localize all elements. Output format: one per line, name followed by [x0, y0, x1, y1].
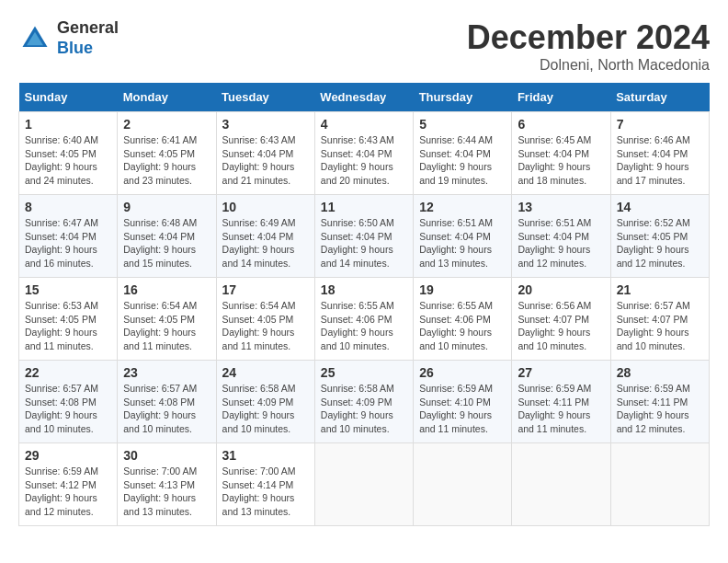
table-row: [512, 443, 610, 526]
table-row: 10 Sunrise: 6:49 AMSunset: 4:04 PMDaylig…: [216, 195, 314, 278]
col-sunday: Sunday: [19, 83, 118, 112]
day-number: 23: [123, 365, 210, 380]
day-number: 24: [222, 365, 309, 380]
day-number: 18: [321, 282, 407, 297]
table-row: 2 Sunrise: 6:41 AMSunset: 4:05 PMDayligh…: [118, 112, 216, 195]
location-subtitle: Dolneni, North Macedonia: [467, 57, 710, 74]
day-number: 11: [321, 200, 407, 214]
day-number: 3: [222, 117, 309, 132]
day-number: 21: [617, 282, 703, 297]
col-thursday: Thursday: [414, 83, 512, 112]
day-number: 1: [25, 117, 111, 132]
day-number: 7: [617, 117, 703, 132]
day-info: Sunrise: 6:50 AMSunset: 4:04 PMDaylight:…: [321, 217, 394, 269]
day-number: 6: [518, 117, 604, 132]
day-number: 9: [123, 200, 210, 214]
day-info: Sunrise: 6:51 AMSunset: 4:04 PMDaylight:…: [419, 217, 493, 269]
calendar-week-5: 29 Sunrise: 6:59 AMSunset: 4:12 PMDaylig…: [19, 443, 710, 526]
table-row: 31 Sunrise: 7:00 AMSunset: 4:14 PMDaylig…: [216, 443, 314, 526]
day-info: Sunrise: 7:00 AMSunset: 4:13 PMDaylight:…: [123, 465, 197, 517]
day-info: Sunrise: 6:55 AMSunset: 4:06 PMDaylight:…: [419, 300, 493, 351]
day-info: Sunrise: 6:52 AMSunset: 4:05 PMDaylight:…: [617, 217, 690, 269]
day-info: Sunrise: 6:59 AMSunset: 4:11 PMDaylight:…: [518, 383, 591, 434]
table-row: 1 Sunrise: 6:40 AMSunset: 4:05 PMDayligh…: [19, 112, 118, 195]
day-info: Sunrise: 6:47 AMSunset: 4:04 PMDaylight:…: [25, 217, 98, 269]
day-info: Sunrise: 6:59 AMSunset: 4:12 PMDaylight:…: [25, 465, 98, 517]
day-number: 13: [518, 200, 604, 214]
day-info: Sunrise: 7:00 AMSunset: 4:14 PMDaylight:…: [222, 465, 296, 517]
table-row: 14 Sunrise: 6:52 AMSunset: 4:05 PMDaylig…: [610, 195, 709, 278]
day-info: Sunrise: 6:48 AMSunset: 4:04 PMDaylight:…: [123, 217, 197, 269]
day-info: Sunrise: 6:54 AMSunset: 4:05 PMDaylight:…: [123, 300, 197, 351]
col-saturday: Saturday: [610, 83, 709, 112]
day-number: 29: [25, 448, 111, 463]
col-friday: Friday: [512, 83, 610, 112]
table-row: 17 Sunrise: 6:54 AMSunset: 4:05 PMDaylig…: [216, 278, 314, 361]
day-number: 17: [222, 282, 309, 297]
calendar-week-1: 1 Sunrise: 6:40 AMSunset: 4:05 PMDayligh…: [19, 112, 710, 195]
title-area: December 2024 Dolneni, North Macedonia: [467, 18, 710, 74]
day-number: 26: [419, 365, 506, 380]
day-info: Sunrise: 6:40 AMSunset: 4:05 PMDaylight:…: [25, 134, 98, 186]
page-header: General Blue December 2024 Dolneni, Nort…: [18, 18, 710, 74]
table-row: 23 Sunrise: 6:57 AMSunset: 4:08 PMDaylig…: [118, 361, 216, 443]
table-row: 6 Sunrise: 6:45 AMSunset: 4:04 PMDayligh…: [512, 112, 610, 195]
day-info: Sunrise: 6:49 AMSunset: 4:04 PMDaylight:…: [222, 217, 296, 269]
table-row: [314, 443, 413, 526]
table-row: 5 Sunrise: 6:44 AMSunset: 4:04 PMDayligh…: [414, 112, 512, 195]
table-row: 16 Sunrise: 6:54 AMSunset: 4:05 PMDaylig…: [118, 278, 216, 361]
day-info: Sunrise: 6:57 AMSunset: 4:07 PMDaylight:…: [617, 300, 690, 351]
day-number: 14: [617, 200, 703, 214]
day-info: Sunrise: 6:55 AMSunset: 4:06 PMDaylight:…: [321, 300, 394, 351]
logo: General Blue: [18, 18, 119, 58]
header-row: Sunday Monday Tuesday Wednesday Thursday…: [19, 83, 710, 112]
col-wednesday: Wednesday: [314, 83, 413, 112]
day-number: 27: [518, 365, 604, 380]
day-number: 31: [222, 448, 309, 463]
col-monday: Monday: [118, 83, 216, 112]
table-row: 25 Sunrise: 6:58 AMSunset: 4:09 PMDaylig…: [314, 361, 413, 443]
day-number: 2: [123, 117, 210, 132]
table-row: 11 Sunrise: 6:50 AMSunset: 4:04 PMDaylig…: [314, 195, 413, 278]
day-info: Sunrise: 6:46 AMSunset: 4:04 PMDaylight:…: [617, 134, 690, 186]
table-row: [414, 443, 512, 526]
calendar-week-4: 22 Sunrise: 6:57 AMSunset: 4:08 PMDaylig…: [19, 361, 710, 443]
day-info: Sunrise: 6:45 AMSunset: 4:04 PMDaylight:…: [518, 134, 591, 186]
day-number: 16: [123, 282, 210, 297]
day-info: Sunrise: 6:43 AMSunset: 4:04 PMDaylight:…: [222, 134, 296, 186]
table-row: 15 Sunrise: 6:53 AMSunset: 4:05 PMDaylig…: [19, 278, 118, 361]
table-row: 8 Sunrise: 6:47 AMSunset: 4:04 PMDayligh…: [19, 195, 118, 278]
calendar-week-2: 8 Sunrise: 6:47 AMSunset: 4:04 PMDayligh…: [19, 195, 710, 278]
day-number: 8: [25, 200, 111, 214]
table-row: 13 Sunrise: 6:51 AMSunset: 4:04 PMDaylig…: [512, 195, 610, 278]
table-row: 4 Sunrise: 6:43 AMSunset: 4:04 PMDayligh…: [314, 112, 413, 195]
table-row: 20 Sunrise: 6:56 AMSunset: 4:07 PMDaylig…: [512, 278, 610, 361]
day-info: Sunrise: 6:59 AMSunset: 4:10 PMDaylight:…: [419, 383, 493, 434]
table-row: [610, 443, 709, 526]
day-info: Sunrise: 6:57 AMSunset: 4:08 PMDaylight:…: [25, 383, 98, 434]
table-row: 19 Sunrise: 6:55 AMSunset: 4:06 PMDaylig…: [414, 278, 512, 361]
table-row: 9 Sunrise: 6:48 AMSunset: 4:04 PMDayligh…: [118, 195, 216, 278]
day-info: Sunrise: 6:54 AMSunset: 4:05 PMDaylight:…: [222, 300, 296, 351]
day-number: 30: [123, 448, 210, 463]
table-row: 30 Sunrise: 7:00 AMSunset: 4:13 PMDaylig…: [118, 443, 216, 526]
month-title: December 2024: [467, 18, 710, 57]
logo-text: General Blue: [57, 18, 119, 58]
day-info: Sunrise: 6:58 AMSunset: 4:09 PMDaylight:…: [321, 383, 394, 434]
logo-icon: [18, 22, 51, 55]
table-row: 12 Sunrise: 6:51 AMSunset: 4:04 PMDaylig…: [414, 195, 512, 278]
table-row: 28 Sunrise: 6:59 AMSunset: 4:11 PMDaylig…: [610, 361, 709, 443]
col-tuesday: Tuesday: [216, 83, 314, 112]
table-row: 26 Sunrise: 6:59 AMSunset: 4:10 PMDaylig…: [414, 361, 512, 443]
table-row: 22 Sunrise: 6:57 AMSunset: 4:08 PMDaylig…: [19, 361, 118, 443]
day-info: Sunrise: 6:57 AMSunset: 4:08 PMDaylight:…: [123, 383, 197, 434]
day-number: 28: [617, 365, 703, 380]
table-row: 3 Sunrise: 6:43 AMSunset: 4:04 PMDayligh…: [216, 112, 314, 195]
day-number: 12: [419, 200, 506, 214]
calendar-table: Sunday Monday Tuesday Wednesday Thursday…: [18, 83, 710, 526]
day-info: Sunrise: 6:43 AMSunset: 4:04 PMDaylight:…: [321, 134, 394, 186]
table-row: 29 Sunrise: 6:59 AMSunset: 4:12 PMDaylig…: [19, 443, 118, 526]
calendar-week-3: 15 Sunrise: 6:53 AMSunset: 4:05 PMDaylig…: [19, 278, 710, 361]
logo-blue: Blue: [57, 39, 93, 57]
day-number: 22: [25, 365, 111, 380]
